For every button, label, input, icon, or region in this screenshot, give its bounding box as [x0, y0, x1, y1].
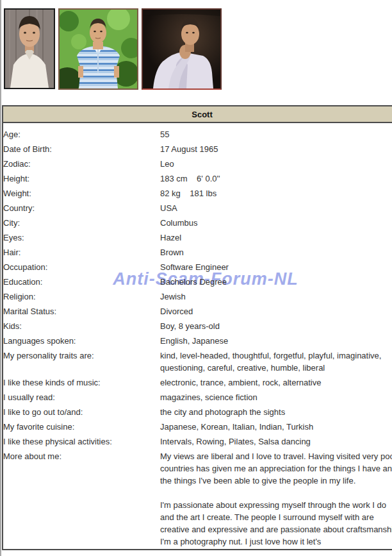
row-value: Jewish [160, 289, 392, 304]
row-value: 183 cm 6' 0.0'' [160, 171, 392, 186]
profile-row: I usually read: magazines, science ficti… [3, 390, 392, 405]
row-value: Hazel [160, 230, 392, 245]
profile-card: Scott Age: 55 Date of Birth: 17 August 1… [2, 105, 392, 550]
row-label: Date of Birth: [3, 142, 160, 156]
row-value: 82 kg 181 lbs [160, 186, 392, 201]
profile-row: Education: Bachelors Degree [3, 274, 392, 289]
photo-3-art [143, 10, 220, 88]
row-value: Boy, 8 years-old [160, 319, 392, 333]
row-label: Country: [3, 201, 160, 215]
profile-row: I like these physical activities: Interv… [3, 434, 392, 449]
row-label: My favorite cuisine: [3, 419, 160, 434]
profile-row: Languages spoken: English, Japanese [3, 333, 392, 348]
row-value: Software Engineer [160, 260, 392, 274]
row-value: electronic, trance, ambient, rock, alter… [160, 375, 392, 390]
row-label: I like these kinds of music: [3, 375, 160, 390]
row-label: Zodiac: [3, 156, 160, 171]
row-value: 17 August 1965 [160, 142, 392, 156]
forum-post-page: { "watermark": { "text": "Anti-Scam-Foru… [0, 0, 392, 556]
row-value: magazines, science fiction [160, 390, 392, 405]
row-label: I like to go out to/and: [3, 405, 160, 419]
profile-row: Religion: Jewish [3, 289, 392, 304]
profile-row: City: Columbus [3, 215, 392, 230]
profile-row: Occupation: Software Engineer [3, 260, 392, 274]
row-value: Bachelors Degree [160, 274, 392, 289]
profile-row: Kids: Boy, 8 years-old [3, 319, 392, 333]
row-value: kind, level-headed, thoughtful, forgetfu… [160, 348, 392, 375]
profile-row: Weight: 82 kg 181 lbs [3, 186, 392, 201]
photo-strip [1, 0, 392, 90]
row-label: Eyes: [3, 230, 160, 245]
row-label: I usually read: [3, 390, 160, 405]
profile-name-header: Scott [3, 106, 392, 123]
row-label: Height: [3, 171, 160, 186]
row-value: Columbus [160, 215, 392, 230]
photo-2-art [60, 10, 137, 88]
row-value: USA [160, 201, 392, 215]
row-label: Kids: [3, 319, 160, 333]
row-value: Divorced [160, 304, 392, 319]
profile-row: Eyes: Hazel [3, 230, 392, 245]
row-value: Japanese, Korean, Italian, Indian, Turki… [160, 419, 392, 434]
profile-row: More about me: My views are liberal and … [3, 449, 392, 549]
profile-row: Zodiac: Leo [3, 156, 392, 171]
profile-row: I like to go out to/and: the city and ph… [3, 405, 392, 419]
profile-row: Date of Birth: 17 August 1965 [3, 142, 392, 156]
row-value: 55 [160, 123, 392, 142]
profile-row: Country: USA [3, 201, 392, 215]
profile-photo-1[interactable] [4, 8, 55, 89]
row-label: Languages spoken: [3, 333, 160, 348]
row-label: My personality traits are: [3, 348, 160, 375]
row-label: Education: [3, 274, 160, 289]
row-value: My views are liberal and I love to trave… [160, 449, 392, 549]
row-label: Marital Status: [3, 304, 160, 319]
row-label: Religion: [3, 289, 160, 304]
photo-1-art [5, 10, 54, 88]
profile-photo-2[interactable] [58, 8, 138, 90]
row-label: Age: [3, 123, 160, 142]
row-value: Intervals, Rowing, Pilates, Salsa dancin… [160, 434, 392, 449]
profile-row: My favorite cuisine: Japanese, Korean, I… [3, 419, 392, 434]
row-value: Leo [160, 156, 392, 171]
row-label: More about me: [3, 449, 160, 549]
row-value: English, Japanese [160, 333, 392, 348]
profile-table: Age: 55 Date of Birth: 17 August 1965 Zo… [3, 123, 392, 549]
profile-row: My personality traits are: kind, level-h… [3, 348, 392, 375]
row-label: City: [3, 215, 160, 230]
row-label: I like these physical activities: [3, 434, 160, 449]
profile-photo-3[interactable] [142, 8, 222, 90]
row-label: Occupation: [3, 260, 160, 274]
profile-row: Age: 55 [3, 123, 392, 142]
row-value: the city and photograph the sights [160, 405, 392, 419]
profile-table-body: Age: 55 Date of Birth: 17 August 1965 Zo… [3, 123, 392, 549]
row-label: Weight: [3, 186, 160, 201]
profile-row: Hair: Brown [3, 245, 392, 260]
profile-row: I like these kinds of music: electronic,… [3, 375, 392, 390]
row-label: Hair: [3, 245, 160, 260]
profile-row: Height: 183 cm 6' 0.0'' [3, 171, 392, 186]
row-value: Brown [160, 245, 392, 260]
profile-row: Marital Status: Divorced [3, 304, 392, 319]
